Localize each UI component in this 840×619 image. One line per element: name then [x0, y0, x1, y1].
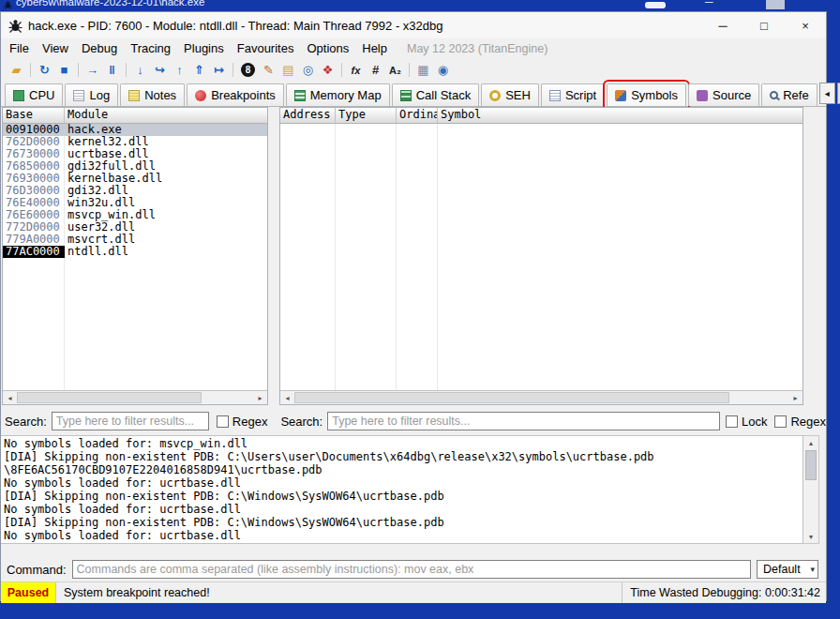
tab-label: Breakpoints [211, 88, 276, 102]
symbols-hscrollbar[interactable]: ◂ ▸ [280, 390, 802, 404]
call-stack-tab-icon [400, 90, 412, 101]
menu-item-options[interactable]: Options [300, 41, 355, 55]
scroll-thumb[interactable] [805, 450, 817, 480]
column-header-address[interactable]: Address [280, 108, 336, 123]
scroll-left-arrow-icon[interactable]: ◂ [3, 391, 17, 404]
tabbar-tabs: CPULogNotesBreakpointsMemory MapCall Sta… [5, 83, 819, 106]
run-to-user-code-icon[interactable]: ↦ [209, 61, 229, 80]
modules-panel: Base Module 00910000hack.exe762D0000kern… [2, 107, 268, 405]
statusbar: Paused System breakpoint reached! Time W… [1, 581, 826, 603]
source-tab-icon [697, 90, 708, 101]
log-line: No symbols loaded for: ucrtbase.dll [4, 529, 802, 542]
patches-icon[interactable]: ▤ [278, 61, 298, 80]
menu-item-file[interactable]: File [3, 41, 36, 55]
scroll-up-arrow-icon[interactable]: ▴ [803, 436, 818, 449]
tab-script[interactable]: Script [541, 83, 605, 106]
step-over-icon[interactable]: ↪ [150, 61, 170, 80]
run-icon[interactable]: → [82, 61, 102, 80]
tab-source[interactable]: Source [688, 83, 759, 106]
scroll-right-arrow-icon[interactable]: ▸ [788, 391, 802, 404]
seal-icon[interactable]: ❖ [318, 61, 338, 80]
menu-item-debug[interactable]: Debug [75, 41, 124, 55]
tab-label: Notes [144, 88, 176, 102]
tab-seh[interactable]: SEH [481, 83, 539, 106]
menu-item-help[interactable]: Help [355, 41, 394, 55]
references-search-icon[interactable]: ◉ [433, 61, 453, 80]
column-header-ordinal[interactable]: Ordinal [397, 108, 438, 123]
module-base: 77AC0000 [3, 246, 65, 258]
hash-comment-icon[interactable]: # [366, 61, 385, 80]
maximize-button[interactable]: □ [743, 12, 785, 38]
tab-symbols[interactable]: Symbols [607, 83, 686, 106]
menubar-items: FileViewDebugTracingPluginsFavouritesOpt… [3, 41, 394, 55]
scroll-right-arrow-icon[interactable]: ▸ [253, 391, 267, 404]
column-header-type[interactable]: Type [336, 108, 397, 123]
x32dbg-window: hack.exe - PID: 7600 - Module: ntdll.dll… [0, 11, 827, 601]
symbols-lock-checkbox[interactable] [726, 415, 738, 428]
background-close-box[interactable] [766, 0, 785, 9]
log-line: \8FE6AC56170CBD9107E2204016858D941\ucrtb… [4, 463, 802, 476]
menu-item-tracing[interactable]: Tracing [124, 41, 177, 55]
menu-item-view[interactable]: View [36, 41, 75, 55]
tab-notes[interactable]: Notes [120, 83, 185, 106]
tab-cpu[interactable]: CPU [5, 83, 63, 106]
calculator-icon[interactable]: ▦ [413, 61, 433, 80]
tab-ref[interactable]: Refe [761, 83, 817, 106]
pause-icon[interactable]: ‖ [102, 61, 122, 80]
favourites-icon[interactable]: ◎ [298, 61, 318, 80]
background-minimize-icon[interactable]: ─ [705, 0, 713, 8]
background-window-title: cyber5w\malware-2023-12-01\hack.exe [16, 0, 204, 8]
notes-tab-icon [128, 90, 140, 101]
symbols-filter-input[interactable] [327, 412, 720, 430]
time-wasted-label: Time Wasted Debugging: 0:00:31:42 [622, 586, 826, 599]
log-line: [DIA] Skipping non-existent PDB: C:\Wind… [4, 490, 802, 503]
tab-breakpoints[interactable]: Breakpoints [187, 83, 284, 106]
column-header-module[interactable]: Module [65, 108, 267, 123]
tab-call-stack[interactable]: Call Stack [392, 83, 480, 106]
column-header-base[interactable]: Base [3, 108, 65, 123]
trace-icon[interactable]: 8 [241, 63, 255, 77]
module-row[interactable]: 77AC0000ntdll.dll [3, 246, 267, 258]
modules-filter-input[interactable] [52, 412, 209, 430]
step-into-icon[interactable]: ↓ [130, 61, 150, 80]
modules-regex-label: Regex [232, 415, 268, 429]
patch-icon[interactable]: ✎ [259, 61, 278, 80]
menu-item-plugins[interactable]: Plugins [177, 41, 231, 55]
scroll-thumb[interactable] [294, 392, 729, 403]
symbols-table-header: Address Type Ordinal Symbol [280, 108, 802, 124]
column-header-symbol[interactable]: Symbol [438, 108, 802, 123]
symbols-search-label: Search: [280, 415, 322, 429]
font-size-icon[interactable]: A₂ [385, 61, 405, 80]
menu-item-favourites[interactable]: Favourites [231, 41, 301, 55]
step-out-icon[interactable]: ↑ [170, 61, 189, 80]
restart-icon[interactable]: ↻ [35, 61, 54, 80]
module-name: ntdll.dll [65, 246, 128, 258]
status-badge: Paused [1, 582, 55, 603]
scroll-left-arrow-icon[interactable]: ◂ [280, 391, 294, 404]
bug-icon [8, 19, 22, 33]
command-profile-dropdown[interactable]: Default ▾ [757, 560, 818, 579]
titlebar: hack.exe - PID: 7600 - Module: ntdll.dll… [1, 12, 826, 38]
modules-hscrollbar[interactable]: ◂ ▸ [3, 390, 267, 404]
seh-tab-icon [489, 90, 501, 101]
minimize-button[interactable]: ─ [702, 12, 743, 38]
terminate-icon[interactable]: ■ [54, 61, 74, 80]
tab-log[interactable]: Log [65, 83, 118, 106]
tab-memory-map[interactable]: Memory Map [286, 83, 390, 106]
scroll-track[interactable] [294, 391, 788, 404]
symbols-regex-checkbox[interactable] [774, 415, 787, 428]
log-vscrollbar[interactable]: ▴ ▾ [803, 435, 819, 544]
tab-scroll-left-button[interactable]: ◂ [819, 83, 835, 104]
open-file-icon[interactable]: ▰ [7, 61, 26, 80]
tab-label: Call Stack [416, 88, 472, 102]
scroll-track[interactable] [17, 391, 253, 404]
scroll-thumb[interactable] [17, 392, 202, 403]
close-button[interactable]: × [785, 12, 826, 38]
scroll-down-arrow-icon[interactable]: ▾ [803, 530, 818, 543]
modules-regex-checkbox[interactable] [217, 415, 229, 428]
command-input[interactable] [72, 560, 751, 579]
execute-till-return-icon[interactable]: ⇑ [189, 61, 209, 80]
symbols-tab-icon [615, 90, 626, 101]
expression-fx-icon[interactable]: fx [346, 61, 366, 80]
scroll-track[interactable] [803, 481, 818, 530]
